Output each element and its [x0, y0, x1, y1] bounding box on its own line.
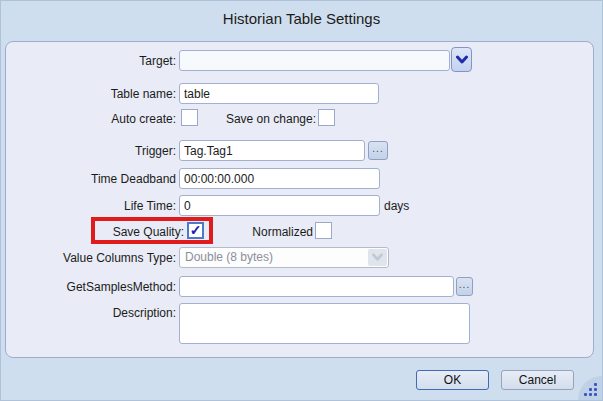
value-columns-type-label: Value Columns Type:: [1, 251, 176, 265]
time-deadband-input[interactable]: [179, 168, 380, 189]
dialog-title: Historian Table Settings: [1, 10, 602, 27]
save-quality-label: Save Quality:: [1, 225, 184, 239]
cancel-button[interactable]: Cancel: [501, 370, 574, 390]
ok-button[interactable]: OK: [416, 370, 489, 390]
get-samples-method-label: GetSamplesMethod:: [1, 280, 176, 294]
table-name-label: Table name:: [1, 87, 176, 101]
normalized-checkbox[interactable]: [315, 222, 332, 239]
get-samples-method-input[interactable]: [179, 276, 454, 297]
life-time-input[interactable]: [179, 195, 380, 216]
table-name-input[interactable]: [179, 83, 379, 104]
historian-table-settings-dialog: Historian Table Settings Target: Table n…: [0, 0, 603, 401]
target-label: Target:: [1, 54, 176, 68]
save-on-change-checkbox[interactable]: [318, 109, 335, 126]
value-columns-type-value: Double (8 bytes): [185, 250, 273, 264]
auto-create-label: Auto create:: [1, 112, 176, 126]
life-time-label: Life Time:: [1, 199, 176, 213]
target-dropdown-button[interactable]: [451, 47, 472, 72]
chevron-down-icon: [456, 51, 468, 69]
life-time-unit-label: days: [384, 199, 409, 213]
save-on-change-label: Save on change:: [181, 112, 316, 126]
trigger-input[interactable]: [179, 140, 365, 161]
get-samples-method-browse-button[interactable]: ...: [456, 277, 473, 296]
trigger-browse-button[interactable]: ...: [368, 141, 388, 160]
description-label: Description:: [1, 306, 176, 320]
chevron-down-icon: [368, 249, 387, 266]
time-deadband-label: Time Deadband: [1, 172, 176, 186]
target-input[interactable]: [179, 50, 450, 71]
value-columns-type-dropdown: Double (8 bytes): [179, 247, 389, 268]
description-textarea[interactable]: [179, 303, 470, 344]
normalized-label: Normalized: [181, 225, 313, 239]
resize-grip-icon[interactable]: [578, 376, 602, 400]
trigger-label: Trigger:: [1, 144, 176, 158]
